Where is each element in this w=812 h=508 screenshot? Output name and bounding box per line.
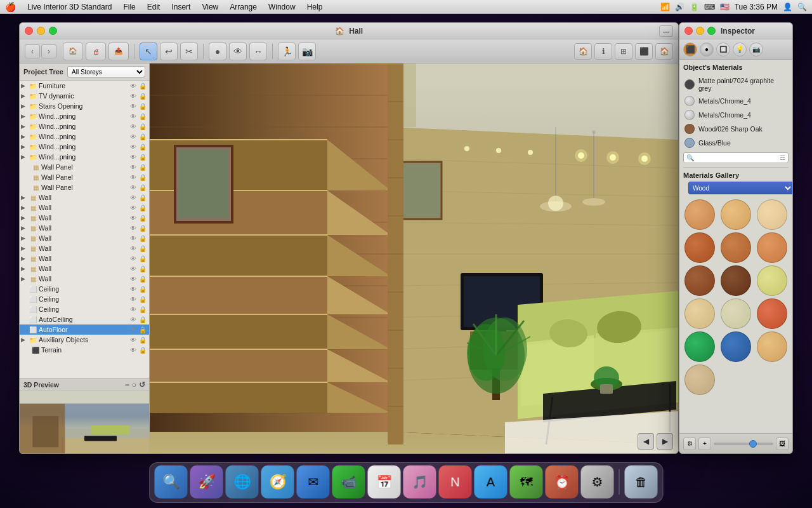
inspector-slider-thumb[interactable] [749, 440, 757, 448]
material-item-1[interactable]: Matte paint/7024 graphite grey [683, 75, 789, 94]
tree-item-window-2[interactable]: ▶ 📁 Wind...pning 👁 🔒 [20, 121, 149, 131]
inspector-gear-btn[interactable]: ⚙ [683, 438, 696, 450]
lock-icon[interactable]: 🔒 [139, 174, 148, 181]
visibility-icon[interactable]: 👁 [130, 154, 139, 161]
tree-item-wall-2[interactable]: ▶ ▦ Wall 👁 🔒 [20, 203, 149, 213]
tree-item-auxiliary[interactable]: ▶ 📁 Auxiliary Objects 👁 🔒 [20, 335, 149, 345]
swatch-wood9[interactable] [757, 265, 787, 296]
search-icon[interactable]: 🔍 [797, 3, 807, 11]
tree-item-wallpanel-1[interactable]: ▦ Wall Panel 👁 🔒 [20, 162, 149, 172]
dock-timemachine[interactable]: ⏰ [546, 465, 579, 498]
swatch-wood6[interactable] [757, 232, 787, 263]
tree-item-window-1[interactable]: ▶ 📁 Wind...pning 👁 🔒 [20, 111, 149, 121]
swatch-wood4[interactable] [684, 232, 715, 263]
lock-icon[interactable]: 🔒 [139, 326, 148, 333]
scissors-tool[interactable]: ✂ [180, 43, 198, 60]
close-button[interactable] [25, 27, 33, 35]
dot-tool[interactable]: ● [209, 43, 226, 60]
walk-tool[interactable]: 🏃 [278, 43, 296, 60]
minimize-button[interactable] [37, 27, 45, 35]
lock-icon[interactable]: 🔒 [139, 265, 148, 272]
visibility-icon[interactable]: 👁 [130, 184, 139, 191]
dock-mail[interactable]: ✉ [297, 465, 330, 498]
lock-icon[interactable]: 🔒 [139, 194, 148, 201]
rotate-btn[interactable]: ↺ [139, 380, 145, 389]
gallery-dropdown[interactable]: Wood Metal Stone Glass Fabric Paint [688, 182, 792, 194]
tree-item-terrain[interactable]: ⬛ Terrain 👁 🔒 [20, 345, 149, 355]
move-tool[interactable]: ↔ [249, 43, 267, 60]
tree-item-ceiling-1[interactable]: ⬜ Ceiling 👁 🔒 [20, 284, 149, 294]
menubar-edit[interactable]: Edit [142, 1, 166, 13]
tree-item-wall-5[interactable]: ▶ ▦ Wall 👁 🔒 [20, 233, 149, 243]
visibility-icon[interactable]: 👁 [130, 337, 139, 344]
material-search[interactable]: 🔍 ☰ [683, 152, 789, 163]
tree-item-wallpanel-3[interactable]: ▦ Wall Panel 👁 🔒 [20, 182, 149, 192]
zoom-out-btn[interactable]: − [125, 380, 129, 389]
apple-menu[interactable]: 🍎 [5, 2, 16, 12]
tree-item-window-4[interactable]: ▶ 📁 Wind...pning 👁 🔒 [20, 142, 149, 152]
light-tool-btn[interactable]: 💡 [733, 43, 747, 57]
floorplan-btn[interactable]: 🏠 [655, 43, 673, 60]
material-item-5[interactable]: Glass/Blue [683, 136, 789, 150]
visibility-icon[interactable]: 👁 [130, 144, 139, 150]
camera-tool-btn[interactable]: 📷 [749, 43, 763, 57]
lock-icon[interactable]: 🔒 [139, 154, 148, 161]
lock-icon[interactable]: 🔒 [139, 245, 148, 252]
info-btn[interactable]: ℹ [594, 43, 612, 60]
swatch-wood14[interactable] [721, 331, 751, 362]
home-button[interactable]: 🏠 [63, 43, 83, 60]
texture-tool-btn[interactable]: 🔲 [716, 43, 730, 57]
lock-icon[interactable]: 🔒 [139, 215, 148, 222]
tree-item-wall-6[interactable]: ▶ ▦ Wall 👁 🔒 [20, 243, 149, 253]
lock-icon[interactable]: 🔒 [139, 337, 148, 344]
lock-icon[interactable]: 🔒 [139, 255, 148, 262]
share-button[interactable]: 📤 [108, 43, 129, 60]
inspector-minimize-btn[interactable] [696, 27, 704, 35]
tree-container[interactable]: ▶ 📁 Furniture 👁 🔒 ▶ 📁 TV dynamic 👁 🔒 [20, 81, 149, 378]
sphere-tool-btn[interactable]: ● [700, 43, 714, 57]
material-item-2[interactable]: Metals/Chrome_4 [683, 94, 789, 108]
user-icon[interactable]: 👤 [783, 3, 792, 11]
lock-icon[interactable]: 🔒 [139, 225, 148, 232]
preview-image[interactable] [20, 391, 149, 453]
lock-icon[interactable]: 🔒 [139, 113, 148, 120]
visibility-icon[interactable]: 👁 [130, 245, 139, 252]
main-3d-view[interactable]: ◀ ▶ [150, 64, 678, 454]
tree-item-wallpanel-2[interactable]: ▦ Wall Panel 👁 🔒 [20, 172, 149, 182]
menubar-appname[interactable]: Live Interior 3D Standard [22, 1, 117, 13]
visibility-icon[interactable]: 👁 [130, 296, 139, 303]
visibility-icon[interactable]: 👁 [130, 93, 139, 100]
dock-safari[interactable]: 🧭 [261, 465, 294, 498]
menubar-insert[interactable]: Insert [166, 1, 195, 13]
camera-tool[interactable]: 📷 [298, 43, 316, 60]
tree-item-wall-8[interactable]: ▶ ▦ Wall 👁 🔒 [20, 264, 149, 274]
visibility-icon[interactable]: 👁 [130, 306, 139, 313]
dock-maps[interactable]: 🗺 [510, 465, 543, 498]
dock-finder[interactable]: 🔍 [155, 465, 188, 498]
inspector-close-btn[interactable] [684, 27, 693, 35]
visibility-icon[interactable]: 👁 [130, 174, 139, 181]
swatch-wood16[interactable] [684, 364, 715, 395]
room-view-btn[interactable]: 🏠 [574, 43, 592, 60]
material-search-input[interactable] [697, 154, 777, 161]
swatch-wood12[interactable] [757, 298, 787, 329]
dock-itunes[interactable]: 🎵 [403, 465, 436, 498]
visibility-icon[interactable]: 👁 [130, 123, 139, 130]
tree-item-autofloor[interactable]: ⬜ AutoFloor 👁 🔒 [20, 324, 149, 335]
tree-item-window-3[interactable]: ▶ 📁 Wind...pning 👁 🔒 [20, 131, 149, 142]
lock-icon[interactable]: 🔒 [139, 133, 148, 140]
swatch-wood1[interactable] [684, 199, 715, 230]
cube-tool-btn[interactable]: ⬛ [683, 43, 697, 57]
tree-item-wall-7[interactable]: ▶ ▦ Wall 👁 🔒 [20, 253, 149, 264]
menubar-window[interactable]: Window [263, 1, 301, 13]
nav-forward-button[interactable]: › [41, 44, 56, 58]
visibility-icon[interactable]: 👁 [130, 255, 139, 262]
swatch-wood5[interactable] [721, 232, 751, 263]
swatch-wood13[interactable] [684, 331, 715, 362]
tree-item-autoceiling[interactable]: ⬜ AutoCeiling 👁 🔒 [20, 314, 149, 324]
inspector-image-btn[interactable]: 🖼 [776, 438, 789, 450]
lock-icon[interactable]: 🔒 [139, 306, 148, 313]
lock-icon[interactable]: 🔒 [139, 296, 148, 303]
visibility-icon[interactable]: 👁 [130, 347, 139, 354]
tree-item-wall-9[interactable]: ▶ ▦ Wall 👁 🔒 [20, 274, 149, 284]
